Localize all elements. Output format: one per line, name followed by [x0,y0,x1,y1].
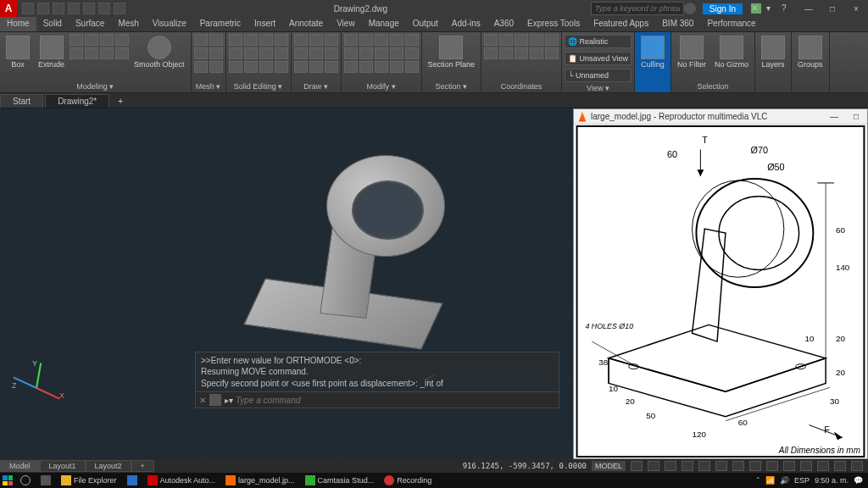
se-icon-6[interactable] [244,47,258,59]
region-icon[interactable] [325,61,338,73]
se-icon-4[interactable] [275,34,288,46]
align-icon[interactable] [375,61,388,73]
tab-visualize[interactable]: Visualize [146,17,193,31]
annomonitor-icon[interactable] [817,461,829,471]
exchange-icon[interactable]: ✕ [751,3,761,14]
new-tab-button[interactable]: + [111,95,130,108]
chamfer-icon[interactable] [390,61,403,73]
section-plane-button[interactable]: Section Plane [425,34,479,81]
tab-home[interactable]: Home [0,17,36,31]
mesh-icon-1[interactable] [194,34,208,46]
tab-manage[interactable]: Manage [362,17,406,31]
tab-model-space[interactable]: Model [0,460,40,472]
copy-icon[interactable] [405,34,419,46]
tray-notifications-icon[interactable]: 💬 [854,476,863,485]
tab-performance[interactable]: Performance [700,17,762,31]
qat-new-icon[interactable] [22,3,34,14]
vlc-minimize-button[interactable]: — [823,112,845,121]
panel-view-title[interactable]: View ▾ [565,83,632,92]
sign-in-button[interactable]: Sign In [703,3,743,14]
se-icon-11[interactable] [259,61,273,73]
taskbar-recording[interactable]: Recording [379,473,437,488]
panel-coordinates-title[interactable]: Coordinates [484,81,559,91]
qat-plot-icon[interactable] [83,3,95,14]
se-icon-8[interactable] [275,47,288,59]
tab-addins[interactable]: Add-ins [445,17,487,31]
subtract-icon[interactable] [100,47,114,59]
help-icon[interactable]: ? [782,3,792,14]
se-icon-5[interactable] [229,47,242,59]
panel-modify-title[interactable]: Modify ▾ [344,81,419,91]
tray-language[interactable]: ESP [794,476,810,485]
erase-icon[interactable] [390,34,403,46]
start-button[interactable] [0,473,15,488]
tab-a360[interactable]: A360 [487,17,520,31]
smooth-object-button[interactable]: Smooth Object [131,34,188,81]
polyline-icon[interactable] [309,34,323,46]
3dosnap-toggle-icon[interactable] [715,461,727,471]
tab-output[interactable]: Output [406,17,445,31]
panel-draw-title[interactable]: Draw ▾ [294,81,338,91]
dyninput-toggle-icon[interactable] [749,461,761,471]
cmd-handle-icon[interactable]: ✕ [199,396,206,405]
coord-icon-6[interactable] [484,47,498,59]
trim-icon[interactable] [375,34,388,46]
taskbar-taskview-icon[interactable] [36,473,56,488]
se-icon-9[interactable] [229,61,242,73]
tab-featured[interactable]: Featured Apps [587,17,655,31]
customize-icon[interactable] [851,461,863,471]
arc-icon[interactable] [294,47,308,59]
tab-express[interactable]: Express Tools [520,17,587,31]
tab-layout1[interactable]: Layout1 [40,460,86,472]
tab-layout2[interactable]: Layout2 [86,460,131,472]
workspace-icon[interactable] [834,461,846,471]
groups-button[interactable]: Groups [794,34,826,91]
tray-chevron-icon[interactable]: ˄ [756,476,760,485]
explode-icon[interactable] [375,47,388,59]
intersect-icon[interactable] [115,47,129,59]
coord-icon-7[interactable] [499,47,513,59]
coord-icon-8[interactable] [515,47,528,59]
mirror-icon[interactable] [344,47,358,59]
array-icon[interactable] [344,61,358,73]
mesh-icon-2[interactable] [209,34,223,46]
fillet-icon[interactable] [359,47,373,59]
scale-icon[interactable] [405,47,419,59]
presspull-icon[interactable] [70,47,83,59]
move-icon[interactable] [344,34,358,46]
taskbar-vlc[interactable]: large_model.jp... [220,473,300,488]
coord-icon-4[interactable] [530,34,543,46]
culling-button[interactable]: Culling [637,34,668,91]
taskbar-explorer[interactable]: File Explorer [56,473,122,488]
vlc-window[interactable]: large_model.jpg - Reproductor multimedia… [573,108,868,459]
mesh-icon-3[interactable] [194,47,208,59]
tab-start[interactable]: Start [0,94,43,108]
snap-toggle-icon[interactable] [648,461,659,471]
ucs-icon[interactable]: X Y Z [15,358,66,408]
loft-icon[interactable] [100,34,114,46]
mesh-icon-6[interactable] [209,61,223,73]
tab-surface[interactable]: Surface [69,17,111,31]
tab-bim360[interactable]: BIM 360 [655,17,700,31]
ortho-toggle-icon[interactable] [665,461,676,471]
grid-toggle-icon[interactable] [631,461,643,471]
ucs-name-dropdown[interactable]: └ Unnamed [565,69,632,82]
coord-icon-9[interactable] [530,47,543,59]
no-gizmo-button[interactable]: No Gizmo [711,34,752,81]
tray-clock[interactable]: 9:50 a. m. [815,476,849,485]
tab-solid[interactable]: Solid [36,17,69,31]
se-icon-7[interactable] [259,47,273,59]
minimize-button[interactable]: — [797,0,821,17]
lineweight-toggle-icon[interactable] [766,461,778,471]
qat-undo-icon[interactable] [98,3,110,14]
qat-redo-icon[interactable] [114,3,125,14]
tab-view[interactable]: View [330,17,362,31]
hatch-icon[interactable] [294,61,308,73]
coord-icon-5[interactable] [545,34,559,46]
otrack-toggle-icon[interactable] [732,461,744,471]
point-icon[interactable] [309,61,323,73]
offset-icon[interactable] [359,61,373,73]
vlc-maximize-button[interactable]: □ [845,112,867,121]
tab-drawing2[interactable]: Drawing2* [45,94,109,108]
revolve-icon[interactable] [85,34,98,46]
